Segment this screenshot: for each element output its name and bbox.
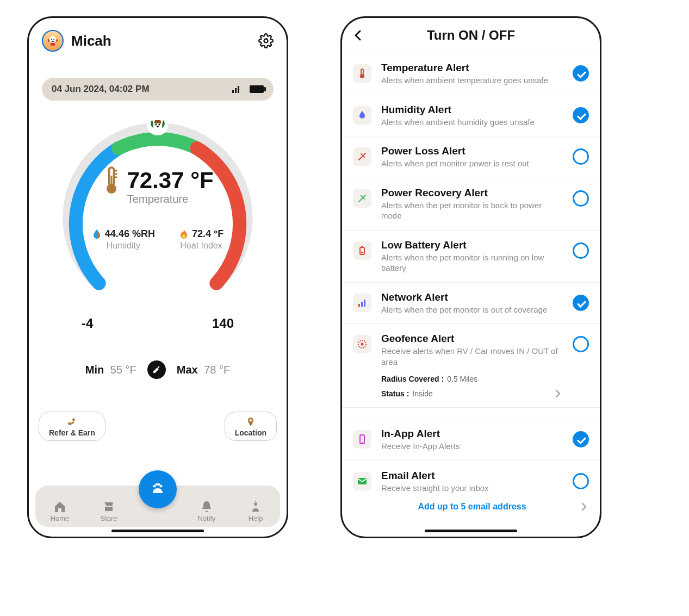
svg-point-37 xyxy=(362,442,363,443)
gauge-range-low: -4 xyxy=(82,316,93,331)
gauge-range-high: 140 xyxy=(212,316,234,331)
heat-index-label: Heat Index xyxy=(180,241,222,251)
alert-row-geofence[interactable]: Geofence Alert Receive alerts when RV / … xyxy=(342,324,600,408)
toggle-geofence[interactable] xyxy=(573,336,589,352)
settings-icon[interactable] xyxy=(258,33,274,48)
pet-name: Micah xyxy=(71,33,251,49)
tab-notify[interactable]: Notify xyxy=(188,500,226,522)
minmax-row: Min 55 °F Max 78 °F xyxy=(29,360,287,379)
refer-earn-button[interactable]: Refer & Earn xyxy=(39,412,105,441)
geofence-status-value: Inside xyxy=(412,389,432,398)
email-add-action[interactable]: Add up to 5 email address xyxy=(342,502,600,519)
toggle-network[interactable] xyxy=(573,295,589,311)
heat-index-value: 72.4 °F xyxy=(192,228,224,240)
max-value: 78 °F xyxy=(204,364,230,376)
chevron-right-icon[interactable] xyxy=(553,389,563,399)
geofence-status-label: Status : xyxy=(381,389,409,398)
svg-point-0 xyxy=(49,36,56,42)
svg-point-10 xyxy=(158,123,160,125)
svg-rect-6 xyxy=(235,88,237,93)
gauge-marker-icon xyxy=(147,114,169,135)
header: Micah xyxy=(29,18,287,57)
humidity-icon xyxy=(92,229,102,240)
geofence-radius-label: Radius Covered : xyxy=(381,375,444,383)
pet-avatar[interactable] xyxy=(42,30,64,52)
toggle-email[interactable] xyxy=(573,473,589,489)
status-timestamp: 04 Jun 2024, 04:02 PM xyxy=(52,84,150,95)
svg-rect-26 xyxy=(361,69,363,74)
email-add-link[interactable]: Add up to 5 email address xyxy=(370,502,574,512)
tab-home[interactable]: Home xyxy=(41,500,79,522)
alerts-list: Temperature Alert Alerts when ambient te… xyxy=(342,53,600,519)
tab-help[interactable]: Help xyxy=(237,500,275,522)
svg-point-23 xyxy=(160,485,163,488)
max-label: Max xyxy=(177,364,198,376)
home-indicator xyxy=(111,530,204,532)
svg-rect-38 xyxy=(358,478,367,484)
svg-rect-7 xyxy=(238,86,239,93)
status-pill[interactable]: 04 Jun 2024, 04:02 PM xyxy=(42,78,274,101)
humidity-block: 44.46 %RH Humidity xyxy=(92,228,155,251)
alert-desc: Alerts when the pet monitor is out of co… xyxy=(381,304,563,315)
alert-desc: Alerts when ambient temperature goes uns… xyxy=(381,75,563,86)
alert-row-email[interactable]: Email Alert Receive straight to your inb… xyxy=(342,461,600,497)
alert-desc: Alerts when ambient humidity goes unsafe xyxy=(381,117,563,128)
toggle-humidity[interactable] xyxy=(573,107,589,123)
location-label: Location xyxy=(235,428,266,437)
alert-desc: Receive straight to your inbox xyxy=(381,483,563,494)
alert-row-temperature[interactable]: Temperature Alert Alerts when ambient te… xyxy=(342,53,600,95)
svg-point-9 xyxy=(155,123,157,125)
svg-rect-21 xyxy=(255,501,256,502)
phone-home: Micah 04 Jun 2024, 04:02 PM 72.37 °F xyxy=(27,16,288,538)
alert-title: Email Alert xyxy=(381,470,563,482)
chevron-right-icon[interactable] xyxy=(579,502,589,512)
signal-icon xyxy=(232,85,242,93)
svg-rect-33 xyxy=(364,300,365,307)
temperature-label: Temperature xyxy=(60,193,256,206)
svg-point-1 xyxy=(51,39,52,40)
humidity-icon xyxy=(353,106,371,125)
alert-desc: Alerts when the pet monitor is back to p… xyxy=(381,200,563,221)
svg-point-22 xyxy=(153,485,156,488)
alert-title: Temperature Alert xyxy=(381,62,563,74)
toggle-low-battery[interactable] xyxy=(573,242,589,259)
alert-desc: Receive alerts when RV / Car moves IN / … xyxy=(381,346,563,367)
toggle-power-loss[interactable] xyxy=(573,148,589,165)
alert-row-humidity[interactable]: Humidity Alert Alerts when ambient humid… xyxy=(342,95,600,137)
alert-title: Power Loss Alert xyxy=(381,145,563,157)
edit-range-button[interactable] xyxy=(147,360,166,379)
location-button[interactable]: Location xyxy=(225,412,277,441)
alert-row-inapp[interactable]: In-App Alert Receive In-App Alerts xyxy=(342,419,600,461)
email-icon xyxy=(353,472,371,490)
svg-rect-5 xyxy=(232,90,234,93)
alert-row-power-loss[interactable]: Power Loss Alert Alerts when pet monitor… xyxy=(342,136,600,178)
toggle-power-recovery[interactable] xyxy=(573,190,589,207)
svg-point-25 xyxy=(158,483,160,486)
heat-index-block: 72.4 °F Heat Index xyxy=(179,228,224,251)
svg-rect-28 xyxy=(360,247,364,254)
tab-help-label: Help xyxy=(249,514,263,522)
tab-store-label: Store xyxy=(100,514,117,522)
alert-title: Humidity Alert xyxy=(381,104,563,116)
center-fab-button[interactable] xyxy=(139,470,177,508)
temperature-value: 72.37 °F xyxy=(127,167,213,194)
alert-row-power-recovery[interactable]: Power Recovery Alert Alerts when the pet… xyxy=(342,178,600,231)
tab-store[interactable]: Store xyxy=(90,500,128,522)
alert-row-low-battery[interactable]: Low Battery Alert Alerts when the pet mo… xyxy=(342,231,600,283)
power-loss-icon xyxy=(353,147,371,166)
svg-rect-14 xyxy=(111,176,113,187)
svg-point-2 xyxy=(53,39,54,40)
svg-point-18 xyxy=(250,419,252,421)
phone-alerts: Turn ON / OFF Temperature Alert Alerts w… xyxy=(340,16,601,538)
svg-point-4 xyxy=(264,39,268,43)
toggle-temperature[interactable] xyxy=(573,65,589,82)
network-icon xyxy=(353,294,371,312)
humidity-label: Humidity xyxy=(107,241,140,251)
battery-icon xyxy=(250,85,264,93)
alert-title: Geofence Alert xyxy=(381,333,563,345)
home-indicator xyxy=(425,530,517,532)
alert-row-network[interactable]: Network Alert Alerts when the pet monito… xyxy=(342,283,600,325)
toggle-inapp[interactable] xyxy=(573,431,589,447)
tab-notify-label: Notify xyxy=(197,514,215,522)
svg-rect-3 xyxy=(51,43,55,45)
